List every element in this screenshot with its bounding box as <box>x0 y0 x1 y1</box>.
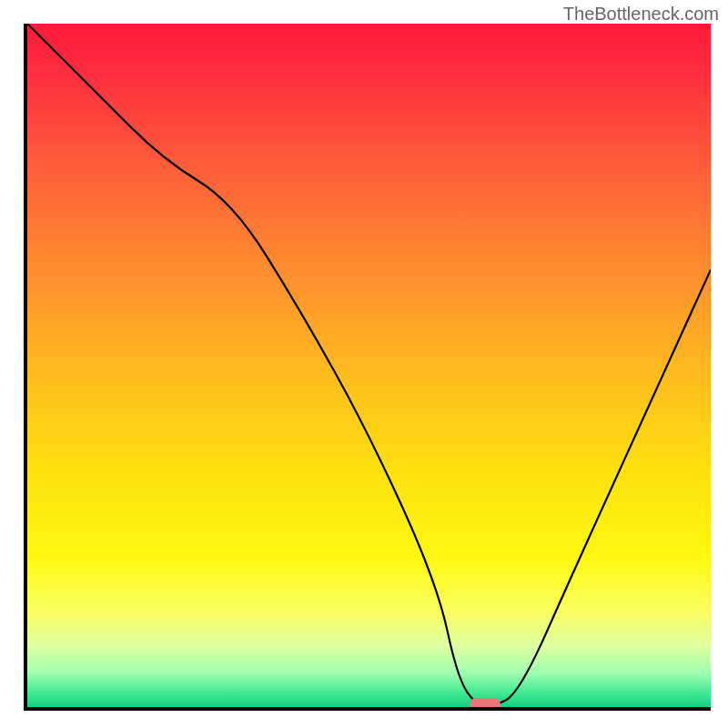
curve-svg <box>27 24 711 707</box>
bottleneck-curve-path <box>27 24 711 707</box>
optimal-marker <box>470 698 500 711</box>
chart-container: TheBottleneck.com <box>0 0 728 728</box>
plot-area <box>24 24 711 711</box>
watermark-text: TheBottleneck.com <box>563 4 719 25</box>
